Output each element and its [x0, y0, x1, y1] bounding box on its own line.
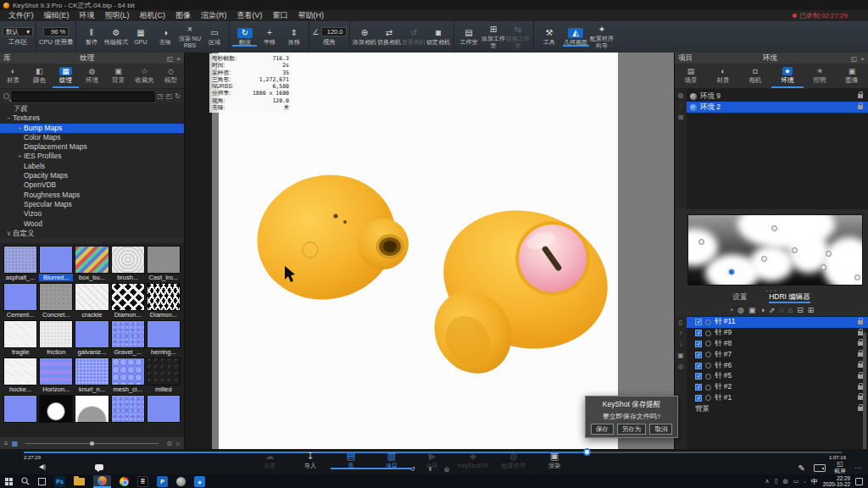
hdri-tool-icon[interactable]: ◑ — [760, 306, 764, 314]
hdri-pin[interactable] — [854, 274, 860, 280]
toolbar-button[interactable]: ▭ 区域 — [202, 27, 226, 47]
cpu-usage-value[interactable]: 96 % — [43, 27, 69, 36]
app-icon-black[interactable]: ≣ — [137, 476, 148, 487]
ribbon-item[interactable]: ◍ 配置程序 — [493, 451, 534, 469]
thumbnail-size-slider[interactable] — [25, 443, 159, 444]
workspace-select[interactable]: 默认 ▾ — [3, 27, 33, 36]
screenshot-tool[interactable]: ◱ 截屏 — [834, 461, 846, 474]
menu-item[interactable]: 相机(C) — [135, 10, 171, 21]
library-tree-item[interactable]: Opacity Maps — [0, 171, 184, 180]
pin-solo-radio[interactable] — [705, 319, 711, 325]
library-search-input[interactable] — [12, 92, 154, 102]
hdri-pin-row[interactable]: 针 #6 — [687, 360, 868, 371]
ribbon-item[interactable]: ↧ 导入 — [290, 451, 331, 469]
texture-thumbnail[interactable]: crackle — [75, 283, 108, 319]
library-tree-item[interactable]: + IES Profiles — [0, 152, 184, 161]
hdri-pin-row[interactable]: 针 #5 — [687, 371, 868, 382]
library-tree-item[interactable]: Displacement Maps — [0, 142, 184, 152]
recording-progress-knob[interactable] — [583, 448, 591, 456]
toolbar-button[interactable]: ◑ 去噪 — [153, 27, 177, 47]
hdri-preview[interactable] — [687, 214, 863, 286]
more-options-icon[interactable]: ⋯ — [854, 464, 861, 472]
texture-thumbnail[interactable] — [75, 395, 108, 430]
texture-thumbnail[interactable]: hocke... — [3, 358, 37, 393]
environment-item[interactable]: 环境 9 — [687, 91, 868, 102]
save-button[interactable]: 保存 — [591, 424, 614, 435]
texture-thumbnail[interactable]: Diamon... — [147, 283, 181, 319]
project-tab[interactable]: ▤ 场景 — [675, 64, 707, 88]
library-tree-item[interactable]: 下载 — [0, 104, 184, 114]
texture-thumbnail[interactable] — [3, 395, 37, 430]
library-tab[interactable]: ▣ 背景 — [105, 64, 131, 88]
tree-expander-icon[interactable]: − — [5, 114, 13, 123]
hdri-tool-icon[interactable]: ⇗ — [769, 306, 776, 314]
panel-window-icon[interactable]: × — [860, 55, 865, 63]
tool-button[interactable]: ⚒ 工具 — [537, 27, 563, 47]
texture-thumbnail[interactable]: Horizon... — [39, 358, 73, 393]
library-folder-icon[interactable]: ↻ — [175, 92, 181, 100]
environment-item[interactable]: 环境 2 — [687, 102, 868, 113]
library-tree-item[interactable]: − Textures — [0, 114, 184, 123]
menu-item[interactable]: 渲染(R) — [196, 10, 232, 21]
app-icon-blue[interactable]: ◆ — [194, 476, 205, 487]
camera-button[interactable]: ↺ 重置相机 — [402, 27, 426, 47]
tree-expander-icon[interactable]: ∨ — [5, 229, 13, 238]
hdri-pin-row[interactable]: 针 #2 — [687, 382, 868, 393]
library-folder-icon[interactable]: ◰ — [166, 92, 173, 100]
library-tab[interactable]: ▦ 纹理 — [53, 64, 79, 88]
pin-visibility-checkbox[interactable] — [695, 352, 702, 358]
library-tree-item[interactable]: Color Maps — [0, 133, 184, 142]
grid-view-icon[interactable]: ▦ — [12, 440, 19, 447]
panel-window-icon[interactable]: ◱ — [851, 55, 858, 63]
keyshot-taskbar-icon[interactable] — [93, 475, 111, 488]
library-tab[interactable]: ◧ 颜色 — [26, 64, 53, 88]
fov-value-field[interactable]: 120.0 — [321, 27, 347, 36]
library-tab[interactable]: ◐ 材质 — [0, 64, 26, 88]
hdri-pin[interactable] — [826, 251, 832, 257]
library-tree-item[interactable]: Labels — [0, 162, 184, 171]
file-explorer-icon[interactable] — [74, 478, 85, 485]
menu-item[interactable]: 图像 — [170, 10, 196, 21]
ribbon-item[interactable]: ▣ 渲染 — [534, 451, 575, 469]
studio-button[interactable]: ⇆ 切换工作室 — [506, 24, 531, 50]
texture-thumbnail[interactable]: Gravel_... — [111, 320, 145, 356]
hdri-tool-icon[interactable]: ⌂ — [788, 306, 793, 314]
camera-button[interactable]: ⇄ 切换相机 — [377, 27, 402, 47]
hdri-pin-row[interactable]: 针 #7 — [687, 349, 868, 360]
menu-item[interactable]: 查看(V) — [232, 10, 268, 21]
texture-thumbnail[interactable]: Cement... — [3, 283, 37, 319]
pin-solo-radio[interactable] — [705, 363, 711, 369]
hdri-pin-row[interactable]: 针 #9 — [687, 328, 868, 339]
taskbar-search-icon[interactable] — [21, 477, 30, 485]
hdri-pin-selected[interactable] — [727, 268, 736, 276]
texture-thumbnail[interactable] — [111, 395, 145, 430]
hdri-tool-icon[interactable]: ◔ — [729, 306, 733, 314]
home-icon[interactable]: ⌂ — [175, 440, 180, 447]
app-icon-p[interactable]: P — [157, 476, 168, 487]
tree-expander-icon[interactable]: + — [16, 152, 24, 161]
zoom-icon[interactable]: ⊙ — [166, 440, 172, 447]
pin-solo-radio[interactable] — [705, 374, 711, 380]
texture-thumbnail[interactable]: mesh_ci... — [111, 358, 145, 393]
library-folder-icon[interactable]: ◳ — [157, 92, 164, 100]
panel-window-icon[interactable]: × — [176, 55, 181, 63]
ime-indicator[interactable]: 中 — [811, 477, 818, 486]
pin-visibility-checkbox[interactable] — [695, 319, 702, 325]
texture-thumbnail[interactable] — [147, 395, 181, 430]
texture-thumbnail[interactable]: brush... — [111, 246, 145, 281]
ribbon-item[interactable]: ▥ 项目 — [371, 451, 412, 469]
pin-visibility-checkbox[interactable] — [695, 363, 702, 369]
list-view-icon[interactable]: ≡ — [4, 440, 8, 447]
hdri-tool-icon[interactable]: ◌ — [779, 306, 783, 314]
pin-solo-radio[interactable] — [705, 352, 711, 358]
texture-thumbnail[interactable]: Diamon... — [111, 283, 145, 319]
cancel-button[interactable]: 取消 — [649, 424, 672, 435]
camera-nav-button[interactable]: ⇕ 推移 — [281, 27, 306, 47]
toolbar-button[interactable]: ▦ GPU — [128, 27, 153, 47]
pin-solo-radio[interactable] — [705, 341, 711, 347]
tab-hdri-editor[interactable]: HDRI 编辑器 — [769, 292, 810, 303]
hdri-tool-icon[interactable]: ◍ — [737, 306, 744, 314]
library-tree-item[interactable]: ∨ 自定义 — [0, 229, 184, 238]
pin-tool-icon[interactable]: ↑ — [679, 330, 682, 337]
tab-settings[interactable]: 设置 — [732, 292, 747, 302]
